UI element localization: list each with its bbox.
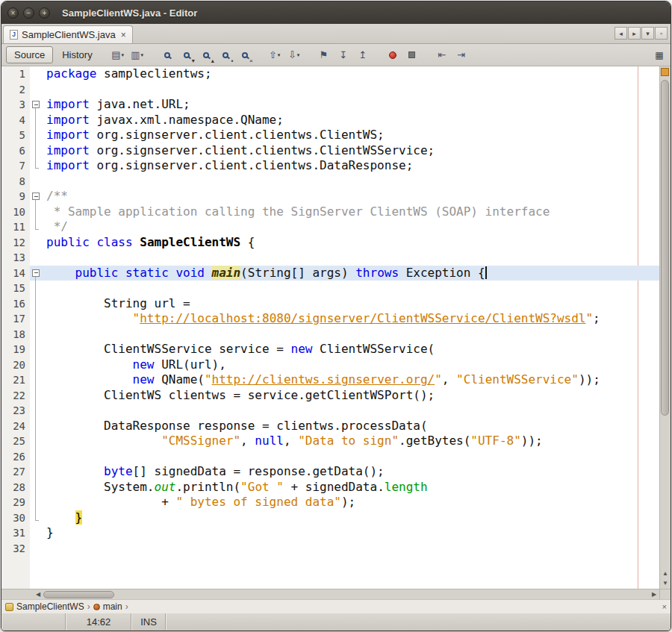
find-next-icon[interactable]: ▾	[178, 47, 196, 63]
line-number[interactable]: 30	[1, 510, 30, 526]
code-line[interactable]: 18	[1, 327, 659, 342]
line-number[interactable]: 29	[1, 495, 30, 510]
code-line[interactable]: 26	[1, 449, 659, 465]
last-edited-icon[interactable]: ▤▾	[109, 47, 127, 63]
code-line[interactable]: 22 ClientWS clientws = service.getClient…	[1, 388, 659, 404]
line-number[interactable]: 20	[1, 357, 30, 373]
toggle-highlight-search-icon[interactable]: ▪	[217, 47, 234, 63]
tab-sampleclientws[interactable]: SampleClientWS.java ×	[3, 25, 133, 43]
line-number[interactable]: 13	[1, 250, 30, 266]
toolbar-menu-icon[interactable]: ▦	[653, 50, 666, 60]
scroll-tabs-right-button[interactable]: ▸	[628, 27, 641, 40]
line-number[interactable]: 5	[1, 128, 30, 143]
code-line[interactable]: 13	[1, 250, 659, 266]
line-number[interactable]: 26	[1, 449, 30, 465]
source-view-button[interactable]: Source	[6, 46, 53, 63]
vertical-scrollbar-thumb[interactable]	[661, 80, 669, 416]
horizontal-scrollbar-thumb[interactable]	[43, 591, 114, 598]
code-line[interactable]: 5import org.signserver.client.clientws.C…	[1, 128, 659, 143]
code-line[interactable]: 7import org.signserver.client.clientws.D…	[1, 158, 659, 174]
insert-mode-status[interactable]: INS	[131, 613, 166, 631]
code-line[interactable]: 27 byte[] signedData = response.getData(…	[1, 464, 659, 480]
line-number[interactable]: 15	[1, 281, 30, 296]
line-number[interactable]: 28	[1, 480, 30, 495]
toggle-bookmark-icon[interactable]: ⚑	[315, 47, 333, 63]
line-number[interactable]: 10	[1, 204, 30, 220]
line-number[interactable]: 18	[1, 327, 30, 342]
line-number[interactable]: 7	[1, 158, 30, 174]
code-line[interactable]: 24 DataResponse response = clientws.proc…	[1, 419, 659, 434]
code-line[interactable]: 20 new URL(url),	[1, 357, 659, 373]
find-selection-icon[interactable]	[158, 47, 176, 63]
history-view-button[interactable]: History	[56, 47, 98, 63]
line-number[interactable]: 8	[1, 174, 30, 190]
start-macro-recording-icon[interactable]	[384, 47, 402, 63]
line-number[interactable]: 25	[1, 434, 30, 449]
code-line[interactable]: 6import org.signserver.client.clientws.C…	[1, 143, 659, 159]
code-line[interactable]: 29 + " bytes of signed data");	[1, 495, 659, 510]
scroll-down-button[interactable]: ▼	[660, 578, 671, 588]
fold-toggle-icon[interactable]	[30, 97, 42, 113]
code-line[interactable]: 23	[1, 403, 659, 419]
code-line[interactable]: 19 ClientWSService service = new ClientW…	[1, 342, 659, 357]
code-line[interactable]: 25 "CMSSigner", null, "Data to sign".get…	[1, 434, 659, 449]
next-error-icon[interactable]: ↧	[335, 47, 352, 63]
code-line[interactable]: 8	[1, 174, 659, 190]
scroll-left-button[interactable]: ◀	[33, 591, 43, 598]
line-number[interactable]: 24	[1, 419, 30, 434]
code-line[interactable]: 28 System.out.println("Got " + signedDat…	[1, 480, 659, 495]
maximize-button[interactable]: +	[39, 7, 50, 19]
code-line[interactable]: 4import javax.xml.namespace.QName;	[1, 113, 659, 128]
code-line[interactable]: 16 String url =	[1, 296, 659, 312]
line-number[interactable]: 22	[1, 388, 30, 404]
line-number[interactable]: 14	[1, 266, 30, 281]
shift-line-right-icon[interactable]: ⇥	[452, 47, 470, 63]
scroll-up-button[interactable]: ▲	[660, 569, 671, 578]
fold-toggle-icon[interactable]	[30, 266, 42, 281]
line-number[interactable]: 2	[1, 82, 30, 98]
tab-list-button[interactable]: ▾	[641, 27, 654, 40]
code-line[interactable]: 17 "http://localhost:8080/signserver/Cli…	[1, 311, 659, 327]
breadcrumb-item-main[interactable]: main	[103, 601, 122, 612]
code-area[interactable]: 1package sampleclientws;23import java.ne…	[1, 66, 659, 589]
vertical-scrollbar[interactable]: ▲ ▼	[659, 66, 671, 589]
find-previous-icon[interactable]: ▴	[197, 47, 215, 63]
code-line[interactable]: 32	[1, 541, 659, 557]
line-number[interactable]: 12	[1, 235, 30, 251]
line-number[interactable]: 23	[1, 403, 30, 419]
close-button[interactable]: ×	[7, 7, 19, 19]
code-scroll[interactable]: 1package sampleclientws;23import java.ne…	[1, 66, 659, 589]
code-line[interactable]: 21 new QName("http://clientws.signserver…	[1, 372, 659, 388]
line-number[interactable]: 27	[1, 464, 30, 480]
line-number[interactable]: 21	[1, 372, 30, 388]
code-line[interactable]: 2	[1, 82, 659, 98]
code-line[interactable]: 1package sampleclientws;	[1, 66, 659, 82]
versioning-diff-icon[interactable]: ▥▾	[128, 47, 146, 63]
breadcrumb-close-icon[interactable]: ×	[662, 602, 667, 611]
next-bookmark-icon[interactable]: ⇩▾	[285, 47, 303, 63]
code-line[interactable]: 9/**	[1, 189, 659, 204]
code-line[interactable]: 3import java.net.URL;	[1, 97, 659, 113]
previous-error-icon[interactable]: ↥	[354, 47, 372, 63]
scroll-tabs-left-button[interactable]: ◂	[615, 27, 627, 40]
line-number[interactable]: 4	[1, 113, 30, 128]
code-line[interactable]: 31}	[1, 525, 659, 541]
stop-macro-recording-icon[interactable]	[403, 47, 421, 63]
fold-toggle-icon[interactable]	[30, 189, 42, 204]
line-number[interactable]: 1	[1, 66, 30, 82]
line-number[interactable]: 11	[1, 219, 30, 235]
code-line[interactable]: 10 * Sample application calling the Sign…	[1, 204, 659, 220]
code-line[interactable]: 15	[1, 281, 659, 296]
shift-line-left-icon[interactable]: ⇤	[433, 47, 451, 63]
minimize-button[interactable]: −	[23, 7, 34, 19]
line-number[interactable]: 16	[1, 296, 30, 312]
maximize-window-button[interactable]: ▫	[655, 27, 668, 40]
horizontal-scrollbar[interactable]: ◀ ▶	[1, 589, 671, 599]
code-line[interactable]: 30 }	[1, 510, 659, 526]
line-number[interactable]: 9	[1, 189, 30, 204]
line-number[interactable]: 17	[1, 311, 30, 327]
code-line[interactable]: 14 public static void main(String[] args…	[1, 266, 659, 281]
line-number[interactable]: 19	[1, 342, 30, 357]
line-number[interactable]: 32	[1, 541, 30, 557]
code-line[interactable]: 11 */	[1, 219, 659, 235]
